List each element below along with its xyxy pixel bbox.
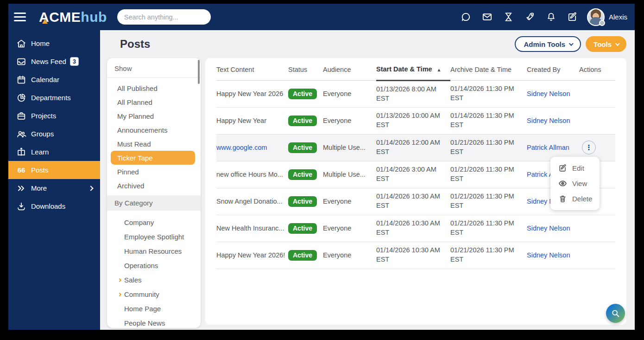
hourglass-icon[interactable] — [503, 12, 514, 22]
news-feed-badge: 3 — [70, 57, 79, 66]
sidebar-item-departments[interactable]: Departments — [8, 89, 100, 107]
status-badge: Active — [288, 115, 317, 126]
hamburger-menu-icon[interactable] — [14, 13, 26, 21]
chevron-down-icon — [615, 41, 620, 46]
briefcase-icon — [16, 111, 26, 121]
edit-icon — [558, 164, 567, 173]
col-header-text-content[interactable]: Text Content — [216, 59, 288, 80]
col-header-actions: Actions — [579, 59, 615, 80]
sidebar-item-news-feed[interactable]: News Feed 3 — [8, 52, 100, 71]
sidebar-item-calendar[interactable]: Calendar — [8, 71, 100, 89]
sidebar-item-more[interactable]: More — [8, 179, 100, 197]
filter-my-planned[interactable]: My Planned — [107, 109, 201, 123]
filter-all-published[interactable]: All Published — [107, 81, 201, 95]
filter-archived[interactable]: Archived — [107, 179, 201, 192]
top-navbar: ACMEhub — [8, 4, 635, 30]
filter-all-planned[interactable]: All Planned — [107, 95, 201, 109]
table-row[interactable]: Happy New Year 2026 Active Everyone 01/1… — [216, 80, 615, 107]
user-menu[interactable]: Alexis — [587, 8, 627, 26]
rocket-icon[interactable] — [524, 12, 535, 22]
chevron-right-icon — [118, 292, 121, 296]
status-badge: Active — [288, 196, 317, 207]
tools-button[interactable]: Tools — [586, 36, 626, 52]
posts-count-icon: 66 — [16, 165, 26, 175]
col-header-archive-date[interactable]: Archive Date & Time — [450, 59, 527, 80]
sidebar-item-learn[interactable]: Learn — [8, 143, 100, 161]
admin-tools-button[interactable]: Admin Tools — [515, 36, 581, 52]
search-input[interactable] — [124, 13, 204, 21]
created-by-link[interactable]: Sidney Nelson — [527, 251, 570, 259]
sidebar-item-downloads[interactable]: Downloads — [8, 197, 100, 215]
category-company[interactable]: Company — [107, 215, 201, 230]
navbar-icon-group — [461, 12, 578, 22]
calendar-icon — [16, 75, 26, 85]
category-home-page[interactable]: Home Page — [107, 302, 201, 316]
chevron-down-icon — [569, 41, 574, 46]
created-by-link[interactable]: Sidney Nelson — [527, 117, 570, 124]
category-operations[interactable]: Operations — [107, 258, 201, 273]
avatar — [587, 8, 605, 26]
menu-item-delete[interactable]: Delete — [550, 191, 600, 206]
show-section-header: Show — [107, 58, 201, 78]
chevron-right-icon — [118, 278, 121, 282]
col-header-created-by[interactable]: Created By — [527, 59, 579, 80]
eye-icon — [558, 179, 567, 188]
filter-ticker-tape[interactable]: Ticker Tape — [111, 151, 195, 165]
col-header-status[interactable]: Status — [288, 59, 323, 80]
chat-icon[interactable] — [461, 12, 471, 22]
app-frame: ACMEhub — [8, 4, 635, 330]
col-header-audience[interactable]: Audience — [323, 59, 376, 80]
category-people-news[interactable]: People News — [107, 316, 201, 328]
global-search — [117, 9, 211, 25]
created-by-link[interactable]: Patrick Allman — [527, 144, 569, 151]
filter-announcements[interactable]: Announcements — [107, 123, 201, 137]
table-row[interactable]: Happy New Year Active Everyone 01/13/202… — [216, 107, 615, 134]
created-by-link[interactable]: Sidney Nelson — [527, 90, 570, 97]
filter-scrollbar[interactable] — [198, 60, 200, 84]
table-row[interactable]: Happy New Year 2026! Active Everyone 01/… — [216, 242, 615, 269]
home-icon — [16, 38, 26, 49]
sidebar-item-projects[interactable]: Projects — [8, 107, 100, 125]
pie-chart-icon — [16, 93, 26, 103]
sort-asc-icon: ▲ — [437, 67, 442, 72]
menu-item-edit[interactable]: Edit — [550, 160, 600, 176]
people-icon — [16, 129, 26, 139]
compose-icon[interactable] — [567, 12, 578, 22]
category-community[interactable]: Community — [107, 287, 201, 302]
filter-must-read[interactable]: Must Read — [107, 137, 201, 151]
created-by-link[interactable]: Sidney Nelson — [527, 225, 570, 232]
page-title: Posts — [120, 38, 515, 51]
download-icon — [16, 201, 26, 212]
menu-item-view[interactable]: View — [550, 176, 600, 191]
logo-triangle-accent — [42, 19, 48, 24]
app-logo[interactable]: ACMEhub — [39, 10, 107, 24]
table-row[interactable]: New Health Insuranc... Active Everyone 0… — [216, 215, 615, 242]
sidebar-item-posts[interactable]: 66 Posts — [8, 161, 100, 179]
category-sales[interactable]: Sales — [107, 273, 201, 287]
logo-text-hub: hub — [81, 9, 107, 25]
filter-panel: Show All Published All Planned My Planne… — [107, 58, 201, 328]
sidebar-item-groups[interactable]: Groups — [8, 125, 100, 143]
sidebar-nav: Home News Feed 3 Calendar — [8, 30, 100, 330]
col-header-start-date[interactable]: Start Date & Time▲ — [376, 59, 450, 80]
row-actions-kebab-button[interactable]: ⋮ — [582, 141, 596, 154]
status-dot — [599, 20, 605, 26]
status-badge: Active — [288, 89, 317, 99]
search-icon — [611, 308, 620, 318]
status-badge: Active — [288, 250, 317, 261]
news-feed-icon — [16, 57, 26, 67]
category-employee-spotlight[interactable]: Employee Spotlight — [107, 230, 201, 244]
row-actions-menu: Edit View Delete — [550, 157, 600, 210]
post-link[interactable]: www.google.com — [216, 144, 267, 151]
bell-icon[interactable] — [546, 12, 556, 22]
chevron-right-icon — [88, 186, 93, 191]
category-section-header: By Category — [107, 195, 201, 211]
floating-search-button[interactable] — [606, 304, 625, 323]
sidebar-item-home[interactable]: Home — [8, 34, 100, 52]
category-human-resources[interactable]: Human Resources — [107, 244, 201, 258]
filter-pinned[interactable]: Pinned — [107, 165, 201, 179]
user-name: Alexis — [609, 13, 627, 21]
status-badge: Active — [288, 223, 317, 234]
double-chevron-icon — [16, 183, 26, 193]
mail-icon[interactable] — [482, 12, 492, 22]
